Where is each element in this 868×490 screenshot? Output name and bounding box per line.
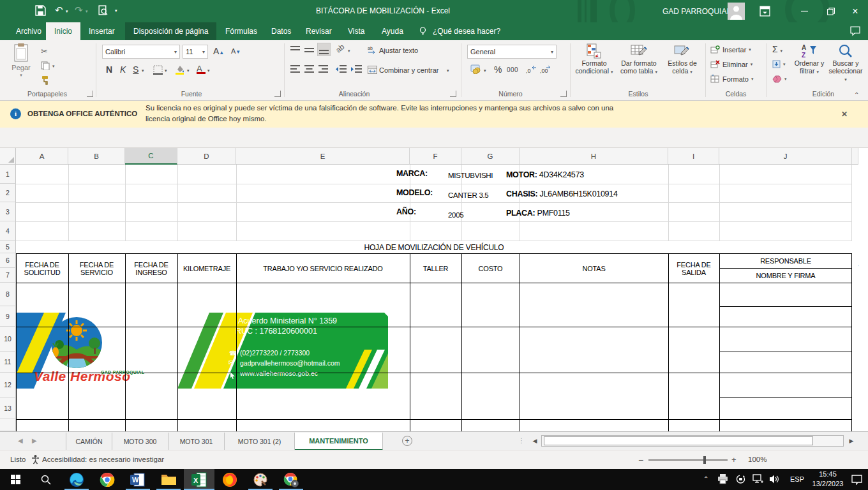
cell-header-costo[interactable]: COSTO (462, 254, 519, 283)
horizontal-scroll-thumb[interactable] (544, 436, 813, 445)
row-header-8[interactable]: 8 (0, 283, 16, 306)
cell-header-fecha-salida[interactable]: FECHA DE SALIDA (669, 254, 719, 283)
select-all-corner[interactable] (0, 148, 16, 165)
action-center-icon[interactable] (851, 475, 862, 487)
column-header-e[interactable]: E (236, 148, 410, 165)
align-center-icon[interactable] (304, 64, 314, 76)
row-header-2[interactable]: 2 (0, 184, 16, 202)
copy-dropdown-icon[interactable]: ▾ (52, 64, 55, 69)
taskbar-search-icon[interactable] (31, 469, 61, 490)
delete-cells-button[interactable]: Eliminar▾ (710, 60, 752, 69)
ribbon-display-options-icon[interactable] (760, 6, 770, 19)
cell-header-taller[interactable]: TALLER (410, 254, 461, 283)
zoom-out-icon[interactable]: − (638, 455, 643, 465)
column-header-i[interactable]: I (668, 148, 719, 165)
column-header-j[interactable]: J (719, 148, 852, 165)
cell-header-fecha-ingreso[interactable]: FECHA DE INGRESO (126, 254, 177, 283)
sheet-tab-mantenimiento[interactable]: MANTENIMIENTO (295, 433, 383, 450)
redo-button[interactable]: ↷ (75, 4, 83, 16)
tab-inicio[interactable]: Inicio (46, 22, 80, 40)
format-as-table-button[interactable]: Dar formato como tabla ▾ (617, 43, 661, 76)
bold-button[interactable]: N (106, 64, 112, 75)
align-left-icon[interactable] (290, 64, 300, 76)
hscroll-left-icon[interactable]: ◀ (530, 435, 540, 447)
paste-button[interactable]: Pegar ▾ (6, 43, 36, 79)
shrink-font-icon[interactable]: A▼ (231, 47, 241, 55)
sheet-tab-moto301-2[interactable]: MOTO 301 (2) (225, 433, 295, 450)
insert-cells-button[interactable]: Insertar▾ (710, 45, 751, 54)
tab-revisar[interactable]: Revisar (297, 22, 340, 40)
taskbar-paint-icon[interactable] (245, 469, 276, 490)
cell-placa[interactable]: PLACA: PMF0115 (506, 207, 570, 218)
cell-modelo-value[interactable]: CANTER 3.5 (448, 191, 488, 199)
merge-center-button[interactable]: Combinar y centrar (379, 66, 439, 74)
close-button[interactable]: × (842, 0, 868, 22)
font-name-combo[interactable]: Calibri▾ (102, 45, 180, 59)
hscroll-right-icon[interactable]: ▶ (846, 435, 857, 447)
find-select-button[interactable]: Buscar y seleccionar ▾ (827, 43, 864, 84)
avatar[interactable] (728, 3, 745, 20)
italic-button[interactable]: K (120, 64, 126, 75)
tell-me-bulb-icon[interactable] (418, 26, 428, 38)
tabbar-grip[interactable]: ⋮ (518, 437, 524, 444)
row-header-13[interactable]: 13 (0, 397, 16, 419)
restore-button[interactable] (818, 0, 844, 22)
sheet-nav-right-icon[interactable]: ▶ (32, 437, 37, 444)
orientation-dropdown-icon[interactable]: ▾ (348, 48, 350, 54)
zoom-level[interactable]: 100% (748, 456, 767, 463)
grow-font-icon[interactable]: A▲ (213, 46, 224, 56)
clock-time[interactable]: 15:45 (809, 470, 846, 478)
font-dialog-launcher[interactable] (274, 91, 281, 97)
cell-header-trabajo[interactable]: TRABAJO Y/O SERVICIO REALIZADO (237, 254, 409, 283)
clear-dropdown-icon[interactable]: ▾ (784, 77, 787, 82)
comma-style-button[interactable]: 000 (507, 66, 518, 73)
cell-header-notas[interactable]: NOTAS (520, 254, 668, 283)
font-color-icon[interactable]: A (197, 64, 206, 74)
font-size-combo[interactable]: 11▾ (183, 45, 208, 59)
cell-header-responsable[interactable]: RESPONSABLE (720, 254, 851, 268)
tab-formulas[interactable]: Fórmulas (217, 22, 266, 40)
accounting-format-icon[interactable] (470, 64, 482, 77)
zoom-slider-track[interactable] (648, 459, 728, 461)
column-header-c[interactable]: C (125, 148, 177, 165)
print-preview-icon[interactable] (98, 5, 108, 19)
row-header-3[interactable]: 3 (0, 202, 16, 221)
column-header-a[interactable]: A (16, 148, 68, 165)
cut-icon[interactable]: ✂ (41, 47, 48, 56)
minimize-button[interactable] (791, 0, 817, 22)
align-dialog-launcher[interactable] (450, 91, 456, 97)
decrease-indent-icon[interactable] (336, 64, 347, 76)
number-format-combo[interactable]: General▾ (467, 45, 557, 59)
column-header-d[interactable]: D (177, 148, 236, 165)
network-icon[interactable] (752, 474, 764, 487)
save-icon[interactable] (35, 5, 46, 19)
tab-disposicion[interactable]: Disposición de página (125, 22, 216, 40)
tab-vista[interactable]: Vista (340, 22, 373, 40)
fill-color-icon[interactable] (175, 64, 185, 77)
row-header-9[interactable]: 9 (0, 306, 16, 327)
borders-icon[interactable] (153, 65, 163, 77)
qat-customize-icon[interactable]: ▾ (115, 8, 117, 13)
tab-ayuda[interactable]: Ayuda (373, 22, 412, 40)
column-header-h[interactable]: H (520, 148, 668, 165)
accounting-dropdown-icon[interactable]: ▾ (484, 68, 486, 73)
start-button[interactable] (0, 469, 31, 490)
orientation-icon[interactable]: ab (334, 42, 346, 54)
taskbar-edge-icon[interactable] (61, 469, 92, 490)
row-header-12[interactable]: 12 (0, 373, 16, 397)
cell-header-kilometraje[interactable]: KILOMETRAJE (178, 254, 236, 283)
new-sheet-icon[interactable]: + (402, 436, 412, 446)
clipboard-dialog-launcher[interactable] (87, 91, 93, 97)
fill-down-icon[interactable] (772, 59, 781, 71)
undo-dropdown-icon[interactable]: ▾ (66, 9, 68, 14)
onedrive-sync-icon[interactable] (735, 474, 746, 487)
taskbar-word-icon[interactable]: W (123, 469, 153, 490)
sort-filter-button[interactable]: AZ Ordenar y filtrar ▾ (791, 43, 827, 76)
zoom-slider-thumb[interactable] (703, 456, 706, 464)
cell-anio-value[interactable]: 2005 (448, 211, 463, 219)
sheet-tab-camion[interactable]: CAMIÓN (66, 433, 112, 450)
cell-header-fecha-servicio[interactable]: FECHA DE SERVICIO (69, 254, 124, 283)
align-bottom-icon-selected[interactable] (317, 43, 331, 56)
row-header-7[interactable]: 7 (0, 268, 16, 283)
printer-icon[interactable] (717, 474, 728, 487)
